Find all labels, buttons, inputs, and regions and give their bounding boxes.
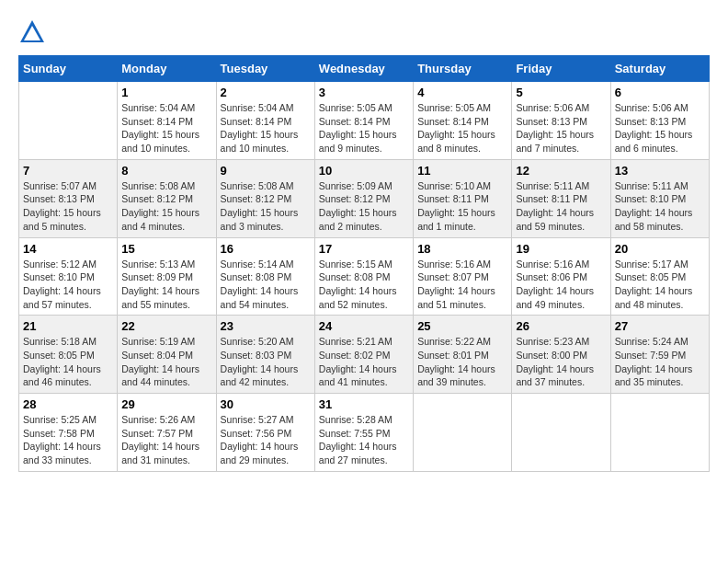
- day-number: 26: [516, 319, 606, 333]
- day-info: Sunrise: 5:11 AM Sunset: 8:10 PM Dayligh…: [615, 179, 705, 234]
- calendar-week-1: 1Sunrise: 5:04 AM Sunset: 8:14 PM Daylig…: [19, 82, 710, 160]
- calendar-week-2: 7Sunrise: 5:07 AM Sunset: 8:13 PM Daylig…: [19, 159, 710, 237]
- calendar-cell: 30Sunrise: 5:27 AM Sunset: 7:56 PM Dayli…: [216, 394, 314, 472]
- day-number: 1: [121, 86, 211, 99]
- day-info: Sunrise: 5:16 AM Sunset: 8:06 PM Dayligh…: [516, 258, 606, 312]
- day-info: Sunrise: 5:12 AM Sunset: 8:10 PM Dayligh…: [23, 258, 113, 312]
- day-info: Sunrise: 5:25 AM Sunset: 7:58 PM Dayligh…: [23, 413, 113, 467]
- day-info: Sunrise: 5:18 AM Sunset: 8:05 PM Dayligh…: [23, 335, 113, 389]
- day-number: 27: [615, 319, 705, 333]
- page-header: [18, 18, 710, 46]
- calendar-week-3: 14Sunrise: 5:12 AM Sunset: 8:10 PM Dayli…: [19, 237, 710, 316]
- day-number: 31: [319, 397, 409, 411]
- calendar-cell: 18Sunrise: 5:16 AM Sunset: 8:07 PM Dayli…: [414, 237, 512, 316]
- day-number: 24: [319, 319, 409, 333]
- day-info: Sunrise: 5:16 AM Sunset: 8:07 PM Dayligh…: [417, 258, 507, 312]
- day-number: 23: [221, 319, 311, 333]
- day-info: Sunrise: 5:14 AM Sunset: 8:08 PM Dayligh…: [221, 258, 311, 312]
- calendar-cell: 10Sunrise: 5:09 AM Sunset: 8:12 PM Dayli…: [314, 159, 413, 237]
- day-info: Sunrise: 5:27 AM Sunset: 7:56 PM Dayligh…: [221, 413, 311, 467]
- calendar-cell: 22Sunrise: 5:19 AM Sunset: 8:04 PM Dayli…: [118, 316, 216, 394]
- day-number: 9: [221, 164, 311, 178]
- day-number: 6: [615, 86, 705, 99]
- calendar-cell: 14Sunrise: 5:12 AM Sunset: 8:10 PM Dayli…: [19, 237, 118, 316]
- calendar-cell: 4Sunrise: 5:05 AM Sunset: 8:14 PM Daylig…: [414, 82, 512, 160]
- column-header-monday: Monday: [118, 56, 216, 82]
- calendar-cell: 15Sunrise: 5:13 AM Sunset: 8:09 PM Dayli…: [118, 237, 216, 316]
- calendar-cell: [512, 394, 610, 472]
- day-number: 10: [319, 164, 409, 178]
- day-info: Sunrise: 5:07 AM Sunset: 8:13 PM Dayligh…: [23, 179, 113, 234]
- day-number: 30: [221, 397, 311, 411]
- day-info: Sunrise: 5:08 AM Sunset: 8:12 PM Dayligh…: [121, 179, 211, 234]
- calendar-cell: 21Sunrise: 5:18 AM Sunset: 8:05 PM Dayli…: [19, 316, 118, 394]
- column-header-wednesday: Wednesday: [314, 56, 413, 82]
- day-number: 4: [417, 86, 507, 99]
- day-number: 7: [23, 164, 113, 178]
- calendar-cell: 19Sunrise: 5:16 AM Sunset: 8:06 PM Dayli…: [512, 237, 610, 316]
- calendar-cell: 27Sunrise: 5:24 AM Sunset: 7:59 PM Dayli…: [610, 316, 709, 394]
- calendar-cell: 1Sunrise: 5:04 AM Sunset: 8:14 PM Daylig…: [118, 82, 216, 160]
- logo-icon: [18, 18, 46, 46]
- day-number: 11: [417, 164, 507, 178]
- calendar-cell: 6Sunrise: 5:06 AM Sunset: 8:13 PM Daylig…: [610, 82, 709, 160]
- calendar-week-5: 28Sunrise: 5:25 AM Sunset: 7:58 PM Dayli…: [19, 394, 710, 472]
- day-number: 3: [319, 86, 409, 99]
- day-info: Sunrise: 5:28 AM Sunset: 7:55 PM Dayligh…: [319, 413, 409, 467]
- calendar-cell: 31Sunrise: 5:28 AM Sunset: 7:55 PM Dayli…: [314, 394, 413, 472]
- day-info: Sunrise: 5:09 AM Sunset: 8:12 PM Dayligh…: [319, 179, 409, 234]
- calendar-cell: 25Sunrise: 5:22 AM Sunset: 8:01 PM Dayli…: [414, 316, 512, 394]
- calendar-cell: 9Sunrise: 5:08 AM Sunset: 8:12 PM Daylig…: [216, 159, 314, 237]
- day-info: Sunrise: 5:21 AM Sunset: 8:02 PM Dayligh…: [319, 335, 409, 389]
- calendar-cell: 20Sunrise: 5:17 AM Sunset: 8:05 PM Dayli…: [610, 237, 709, 316]
- day-number: 25: [417, 319, 507, 333]
- day-number: 28: [23, 397, 113, 411]
- calendar-cell: 3Sunrise: 5:05 AM Sunset: 8:14 PM Daylig…: [314, 82, 413, 160]
- day-info: Sunrise: 5:05 AM Sunset: 8:14 PM Dayligh…: [319, 101, 409, 155]
- day-number: 14: [23, 242, 113, 256]
- calendar-cell: 28Sunrise: 5:25 AM Sunset: 7:58 PM Dayli…: [19, 394, 118, 472]
- day-number: 13: [615, 164, 705, 178]
- calendar-cell: 13Sunrise: 5:11 AM Sunset: 8:10 PM Dayli…: [610, 159, 709, 237]
- calendar-cell: 26Sunrise: 5:23 AM Sunset: 8:00 PM Dayli…: [512, 316, 610, 394]
- day-info: Sunrise: 5:04 AM Sunset: 8:14 PM Dayligh…: [221, 101, 311, 155]
- column-header-saturday: Saturday: [610, 56, 709, 82]
- column-header-sunday: Sunday: [19, 56, 118, 82]
- day-info: Sunrise: 5:26 AM Sunset: 7:57 PM Dayligh…: [121, 413, 211, 467]
- day-number: 20: [615, 242, 705, 256]
- calendar-table: SundayMondayTuesdayWednesdayThursdayFrid…: [18, 55, 710, 472]
- day-info: Sunrise: 5:15 AM Sunset: 8:08 PM Dayligh…: [319, 258, 409, 312]
- day-info: Sunrise: 5:08 AM Sunset: 8:12 PM Dayligh…: [221, 179, 311, 234]
- calendar-cell: 5Sunrise: 5:06 AM Sunset: 8:13 PM Daylig…: [512, 82, 610, 160]
- calendar-cell: [414, 394, 512, 472]
- day-info: Sunrise: 5:24 AM Sunset: 7:59 PM Dayligh…: [615, 335, 705, 389]
- day-info: Sunrise: 5:11 AM Sunset: 8:11 PM Dayligh…: [516, 179, 606, 234]
- column-header-thursday: Thursday: [414, 56, 512, 82]
- day-number: 12: [516, 164, 606, 178]
- calendar-cell: 8Sunrise: 5:08 AM Sunset: 8:12 PM Daylig…: [118, 159, 216, 237]
- day-info: Sunrise: 5:04 AM Sunset: 8:14 PM Dayligh…: [121, 101, 211, 155]
- calendar-cell: 11Sunrise: 5:10 AM Sunset: 8:11 PM Dayli…: [414, 159, 512, 237]
- calendar-cell: 29Sunrise: 5:26 AM Sunset: 7:57 PM Dayli…: [118, 394, 216, 472]
- calendar-cell: 2Sunrise: 5:04 AM Sunset: 8:14 PM Daylig…: [216, 82, 314, 160]
- calendar-cell: 12Sunrise: 5:11 AM Sunset: 8:11 PM Dayli…: [512, 159, 610, 237]
- day-number: 16: [221, 242, 311, 256]
- day-number: 15: [121, 242, 211, 256]
- day-number: 19: [516, 242, 606, 256]
- calendar-cell: 17Sunrise: 5:15 AM Sunset: 8:08 PM Dayli…: [314, 237, 413, 316]
- day-number: 2: [221, 86, 311, 99]
- header-row: SundayMondayTuesdayWednesdayThursdayFrid…: [19, 56, 710, 82]
- calendar-cell: 24Sunrise: 5:21 AM Sunset: 8:02 PM Dayli…: [314, 316, 413, 394]
- day-info: Sunrise: 5:22 AM Sunset: 8:01 PM Dayligh…: [417, 335, 507, 389]
- day-info: Sunrise: 5:17 AM Sunset: 8:05 PM Dayligh…: [615, 258, 705, 312]
- day-number: 22: [121, 319, 211, 333]
- day-info: Sunrise: 5:10 AM Sunset: 8:11 PM Dayligh…: [417, 179, 507, 234]
- calendar-cell: 16Sunrise: 5:14 AM Sunset: 8:08 PM Dayli…: [216, 237, 314, 316]
- day-info: Sunrise: 5:20 AM Sunset: 8:03 PM Dayligh…: [221, 335, 311, 389]
- day-info: Sunrise: 5:05 AM Sunset: 8:14 PM Dayligh…: [417, 101, 507, 155]
- calendar-cell: 7Sunrise: 5:07 AM Sunset: 8:13 PM Daylig…: [19, 159, 118, 237]
- day-number: 5: [516, 86, 606, 99]
- day-info: Sunrise: 5:06 AM Sunset: 8:13 PM Dayligh…: [516, 101, 606, 155]
- day-info: Sunrise: 5:23 AM Sunset: 8:00 PM Dayligh…: [516, 335, 606, 389]
- day-info: Sunrise: 5:06 AM Sunset: 8:13 PM Dayligh…: [615, 101, 705, 155]
